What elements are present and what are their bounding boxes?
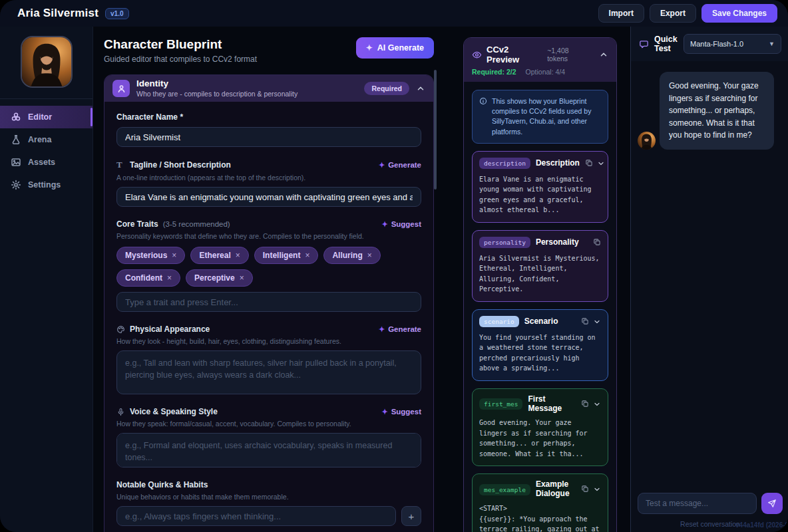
field-title: First Message bbox=[528, 395, 576, 414]
sidebar-divider bbox=[0, 98, 93, 99]
save-changes-button[interactable]: Save Changes bbox=[701, 4, 777, 23]
voice-textarea[interactable] bbox=[116, 433, 421, 467]
sparkles-icon: ✦ bbox=[379, 325, 385, 334]
eye-icon bbox=[472, 50, 482, 60]
send-button[interactable] bbox=[761, 493, 783, 514]
editor-scrollbar[interactable] bbox=[434, 70, 437, 190]
sidebar-item[interactable]: Settings bbox=[0, 174, 93, 196]
remove-trait-icon[interactable]: × bbox=[172, 251, 176, 260]
chat-bubble-icon bbox=[639, 39, 649, 49]
appearance-field-label: Physical Appearance bbox=[130, 325, 210, 334]
ccv2-preview-header[interactable]: CCv2 Preview ~1,408 tokens Required: 2/2… bbox=[464, 38, 616, 82]
quick-test-panel: Quick Test Manta-Flash-1.0 ▼ bbox=[630, 27, 788, 532]
quirk-input[interactable] bbox=[116, 506, 396, 526]
voice-field-label: Voice & Speaking Style bbox=[130, 407, 218, 416]
preview-field-card: first_mes First Message bbox=[472, 388, 608, 467]
chevron-down-icon[interactable] bbox=[593, 485, 601, 493]
remove-trait-icon[interactable]: × bbox=[305, 251, 309, 260]
preview-field-card: personality Personality bbox=[472, 230, 608, 302]
microphone-icon bbox=[116, 408, 125, 416]
field-tag: scenario bbox=[479, 316, 519, 327]
chevron-up-icon[interactable] bbox=[416, 84, 425, 93]
preview-field-card: mes_example Example Dialogue bbox=[472, 473, 608, 532]
add-quirk-button[interactable]: + bbox=[401, 506, 421, 526]
avatar-portrait-image bbox=[22, 37, 71, 86]
app-window: Aria Silvermist v1.0 Import Export Save … bbox=[0, 0, 788, 532]
gear-icon bbox=[11, 180, 21, 190]
text-icon: T bbox=[116, 160, 125, 170]
sidebar-item[interactable]: Editor bbox=[0, 106, 93, 128]
trait-input[interactable] bbox=[116, 292, 421, 312]
message-bubble: Good evening. Your gaze lingers as if se… bbox=[660, 72, 774, 150]
quick-test-title: Quick Test bbox=[654, 35, 678, 54]
name-field-label: Character Name * bbox=[116, 112, 183, 122]
voice-helper-text: How they speak: formal/casual, accent, v… bbox=[116, 420, 421, 428]
trait-chip[interactable]: Intelligent × bbox=[254, 247, 319, 264]
character-avatar[interactable] bbox=[21, 36, 73, 88]
traits-helper-text: Personality keywords that define who the… bbox=[116, 232, 421, 240]
sidebar-item-label: Arena bbox=[28, 135, 51, 144]
tagline-input[interactable] bbox=[116, 187, 421, 207]
required-badge: Required bbox=[364, 82, 409, 95]
chevron-down-icon[interactable] bbox=[593, 400, 601, 408]
identity-subtitle: Who they are - compiles to description &… bbox=[136, 90, 357, 98]
trait-chip[interactable]: Perceptive × bbox=[186, 269, 253, 287]
sidebar-item[interactable]: Arena bbox=[0, 128, 93, 151]
remove-trait-icon[interactable]: × bbox=[167, 273, 172, 283]
ai-generate-button[interactable]: ✦ AI Generate bbox=[356, 37, 434, 59]
voice-suggest-button[interactable]: ✦Suggest bbox=[381, 408, 421, 416]
remove-trait-icon[interactable]: × bbox=[236, 251, 240, 260]
field-tag: personality bbox=[479, 237, 530, 248]
appearance-generate-button[interactable]: ✦Generate bbox=[379, 325, 421, 334]
identity-section: Identity Who they are - compiles to desc… bbox=[104, 74, 434, 532]
copy-icon[interactable] bbox=[593, 237, 601, 249]
quirks-field-label: Notable Quirks & Habits bbox=[116, 480, 208, 489]
field-preview-text: Aria Silvermist is Mysterious, Ethereal,… bbox=[479, 253, 601, 295]
trait-chip[interactable]: Mysterious × bbox=[116, 247, 185, 264]
page-subtitle: Guided editor that compiles to CCv2 form… bbox=[104, 55, 257, 64]
trait-chip[interactable]: Alluring × bbox=[323, 247, 380, 264]
copy-icon[interactable] bbox=[581, 398, 589, 410]
editor-icon bbox=[11, 112, 21, 122]
appearance-textarea[interactable] bbox=[116, 350, 421, 394]
chevron-up-icon[interactable] bbox=[599, 50, 608, 59]
remove-trait-icon[interactable]: × bbox=[240, 273, 244, 283]
copy-icon[interactable] bbox=[581, 316, 589, 328]
assistant-avatar bbox=[638, 132, 656, 150]
remove-trait-icon[interactable]: × bbox=[367, 251, 372, 260]
sidebar-item-label: Editor bbox=[28, 112, 52, 122]
tagline-generate-button[interactable]: ✦Generate bbox=[379, 161, 421, 170]
editor-column: Character Blueprint Guided editor that c… bbox=[93, 27, 453, 532]
quirks-helper-text: Unique behaviors or habits that make the… bbox=[116, 493, 421, 501]
copy-icon[interactable] bbox=[585, 158, 593, 170]
field-preview-text: Good evening. Your gaze lingers as if se… bbox=[479, 418, 601, 459]
field-preview-text: Elara Vane is an enigmatic young woman w… bbox=[479, 174, 601, 215]
field-tag: description bbox=[479, 158, 530, 169]
trait-chip[interactable]: Ethereal × bbox=[190, 247, 248, 264]
tagline-field-label: Tagline / Short Description bbox=[130, 160, 231, 170]
import-button[interactable]: Import bbox=[598, 4, 644, 23]
appearance-helper-text: How they look - height, build, hair, eye… bbox=[116, 337, 421, 345]
copy-icon[interactable] bbox=[581, 483, 589, 495]
character-title: Aria Silvermist bbox=[17, 7, 98, 20]
identity-section-header[interactable]: Identity Who they are - compiles to desc… bbox=[104, 75, 433, 102]
trait-chip[interactable]: Confident × bbox=[116, 269, 180, 287]
export-button[interactable]: Export bbox=[650, 4, 696, 23]
identity-title: Identity bbox=[136, 79, 357, 89]
traits-suggest-button[interactable]: ✦Suggest bbox=[381, 220, 421, 229]
sidebar-item-label: Assets bbox=[28, 158, 55, 167]
test-message-input[interactable] bbox=[638, 493, 757, 514]
model-select[interactable]: Manta-Flash-1.0 ▼ bbox=[684, 34, 781, 54]
optional-count: Optional: 4/4 bbox=[526, 68, 566, 76]
info-text: This shows how your Blueprint compiles t… bbox=[492, 96, 601, 137]
character-name-input[interactable] bbox=[116, 127, 421, 147]
flask-icon bbox=[11, 134, 21, 145]
sparkles-icon: ✦ bbox=[366, 43, 373, 53]
sidebar-item[interactable]: Assets bbox=[0, 151, 93, 174]
paper-plane-icon bbox=[767, 499, 777, 508]
traits-field-hint: (3-5 recommended) bbox=[163, 220, 230, 228]
chevron-down-icon[interactable] bbox=[593, 318, 601, 326]
chevron-down-icon[interactable] bbox=[597, 160, 605, 168]
sparkles-icon: ✦ bbox=[381, 408, 387, 416]
person-icon bbox=[112, 80, 130, 97]
